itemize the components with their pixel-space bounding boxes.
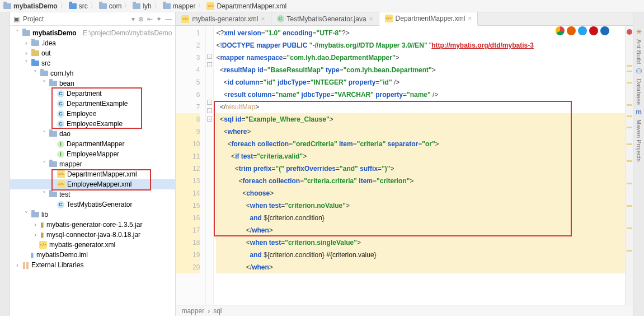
tree-root[interactable]: ˅mybatisDemo E:\projectDemo\mybatisDemo: [10, 28, 175, 38]
java-icon: C: [277, 15, 284, 22]
editor-tabs: mybatis-generator.xml× CTestMybatisGener…: [176, 12, 633, 26]
breadcrumb-bar: mybatisDemo 〉 src 〉 com 〉 lyh 〉 mapper 〉…: [0, 0, 644, 12]
close-icon[interactable]: ×: [369, 15, 373, 23]
project-panel: ▣ Project ▾ ⊕ ⇤ ✦ — ˅mybatisDemo E:\proj…: [10, 12, 176, 316]
panel-dropdown-icon[interactable]: ▾: [131, 15, 135, 23]
collapse-icon[interactable]: ⇤: [147, 15, 153, 23]
opera-icon[interactable]: [589, 26, 598, 35]
fold-gutter[interactable]: - - - - -: [206, 26, 214, 305]
left-toolstrip[interactable]: [0, 12, 10, 316]
editor-tab[interactable]: mybatis-generator.xml×: [176, 12, 271, 25]
xml-icon: [385, 15, 393, 22]
breadcrumb-item[interactable]: src: [69, 2, 88, 10]
safari-icon[interactable]: [578, 26, 587, 35]
project-tree[interactable]: ˅mybatisDemo E:\projectDemo\mybatisDemo …: [10, 26, 175, 316]
breadcrumb-item[interactable]: mapper: [163, 2, 196, 10]
line-gutter: 1234567 891011121314151617181920: [176, 26, 206, 305]
annotation-box: [51, 169, 151, 190]
crumb-item[interactable]: sql: [213, 307, 222, 315]
breadcrumb-item[interactable]: mybatisDemo: [3, 2, 58, 10]
chevron-right-icon: 〉: [60, 1, 67, 11]
fold-icon[interactable]: -: [207, 62, 212, 67]
gear-icon[interactable]: ✦: [156, 15, 162, 23]
tree-class[interactable]: CTestMybatisGenerator: [10, 199, 175, 210]
tree-folder-mapper[interactable]: ˅mapper: [10, 159, 175, 169]
editor-tab[interactable]: DepartmentMapper.xml×: [379, 12, 478, 26]
tree-external-libs[interactable]: ›‖‖External Libraries: [10, 260, 175, 270]
tree-folder-src[interactable]: ˅src: [10, 58, 175, 68]
code-area[interactable]: <?xml version="1.0" encoding="UTF-8"?> <…: [214, 26, 625, 305]
chevron-right-icon: 〉: [198, 1, 204, 11]
tree-jar[interactable]: ›▮mybatis-generator-core-1.3.5.jar: [10, 220, 175, 230]
database-icon[interactable]: ⛁: [636, 67, 642, 75]
tree-interface[interactable]: IEmployeeMapper: [10, 149, 175, 159]
editor-breadcrumb[interactable]: mapper › sql: [176, 305, 633, 316]
crumb-item[interactable]: mapper: [181, 307, 204, 315]
firefox-icon[interactable]: [567, 26, 576, 35]
hide-icon[interactable]: —: [165, 15, 172, 23]
tree-file-xml[interactable]: mybatis-generator.xml: [10, 240, 175, 250]
fold-icon[interactable]: -: [207, 108, 212, 113]
locate-icon[interactable]: ⊕: [138, 15, 144, 23]
tree-file-iml[interactable]: ▮mybatisDemo.iml: [10, 250, 175, 260]
fold-icon[interactable]: -: [207, 100, 212, 105]
breadcrumb-item[interactable]: com: [99, 2, 122, 10]
xml-icon: [181, 15, 189, 23]
right-tool-maven[interactable]: Maven Projects: [634, 118, 643, 163]
chevron-right-icon: 〉: [90, 1, 97, 11]
breadcrumb-item[interactable]: lyh: [133, 2, 151, 10]
chevron-right-icon: ›: [208, 307, 210, 315]
project-panel-title: Project: [23, 15, 128, 23]
annotation-box: [214, 101, 572, 236]
fold-icon[interactable]: -: [207, 54, 212, 59]
error-stripe[interactable]: [625, 26, 633, 305]
ie-icon[interactable]: [600, 26, 609, 35]
right-tool-strip: ✳ Ant Build ⛁ Database m Maven Projects: [633, 12, 644, 316]
chrome-icon[interactable]: [556, 26, 565, 35]
tree-jar[interactable]: ›▮mysql-connector-java-8.0.18.jar: [10, 230, 175, 240]
warning-icon[interactable]: [627, 29, 632, 35]
breadcrumb-item[interactable]: DepartmentMapper.xml: [206, 2, 286, 10]
tree-folder-dao[interactable]: ˅dao: [10, 129, 175, 139]
tree-folder-test[interactable]: ˅test: [10, 189, 175, 199]
project-icon: ▣: [13, 15, 20, 23]
chevron-right-icon: 〉: [124, 1, 130, 11]
annotation-box: [51, 87, 142, 129]
tree-folder-lib[interactable]: ˅lib: [10, 210, 175, 220]
project-panel-header: ▣ Project ▾ ⊕ ⇤ ✦ —: [10, 12, 175, 26]
tree-interface[interactable]: IDepartmentMapper: [10, 139, 175, 149]
tree-folder-comlyh[interactable]: ˅com.lyh: [10, 68, 175, 78]
code-editor[interactable]: 1234567 891011121314151617181920 - - - -…: [176, 26, 633, 305]
editor-tab[interactable]: CTestMybatisGenerator.java×: [271, 12, 379, 25]
close-icon[interactable]: ×: [468, 15, 472, 22]
close-icon[interactable]: ×: [261, 15, 265, 23]
tree-folder-out[interactable]: ›out: [10, 48, 175, 58]
fold-icon[interactable]: -: [207, 117, 212, 122]
chevron-right-icon: 〉: [154, 1, 161, 11]
browser-icons: [556, 26, 609, 35]
right-tool-ant[interactable]: Ant Build: [634, 38, 643, 65]
ant-icon[interactable]: ✳: [636, 28, 642, 36]
right-tool-db[interactable]: Database: [634, 77, 643, 106]
maven-icon[interactable]: m: [636, 108, 642, 116]
tree-folder-idea[interactable]: ›.idea: [10, 38, 175, 48]
